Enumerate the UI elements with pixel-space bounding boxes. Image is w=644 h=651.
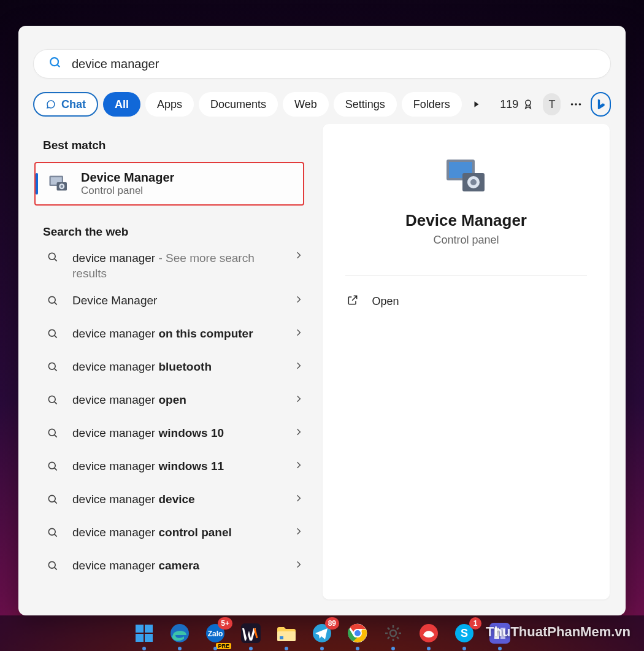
telegram-badge: 89 [325, 617, 339, 630]
web-result-text: device manager control panel [72, 525, 282, 541]
web-result-item[interactable]: device manager bluetooth [43, 350, 312, 383]
chevron-right-icon [294, 428, 307, 439]
search-bar[interactable] [33, 49, 611, 79]
more-options-button[interactable] [565, 92, 585, 117]
svg-rect-39 [145, 634, 153, 642]
filter-more-button[interactable] [467, 92, 486, 117]
search-icon [45, 493, 60, 506]
best-match-title: Device Manager [81, 171, 174, 185]
svg-line-24 [55, 468, 57, 471]
best-match-heading: Best match [43, 130, 312, 158]
web-result-item[interactable]: device manager windows 10 [43, 417, 312, 450]
open-external-icon [347, 294, 359, 309]
svg-line-28 [55, 534, 57, 537]
taskbar-telegram[interactable]: 89 [309, 620, 335, 647]
svg-point-35 [470, 179, 477, 185]
preview-separator [345, 275, 587, 275]
svg-line-12 [55, 259, 57, 261]
preview-device-manager-icon [444, 157, 488, 196]
filter-apps[interactable]: Apps [145, 92, 194, 117]
preview-subtitle: Control panel [433, 234, 499, 247]
filter-settings[interactable]: Settings [334, 92, 397, 117]
search-icon [45, 394, 60, 406]
svg-text:S: S [461, 627, 468, 639]
windows-search-panel: Chat All Apps Documents Web Settings Fol… [18, 26, 626, 615]
svg-point-0 [50, 58, 58, 66]
search-icon [48, 56, 62, 72]
search-icon [45, 560, 60, 572]
rewards-points[interactable]: 119 [496, 98, 538, 111]
svg-line-16 [55, 336, 57, 338]
svg-text:Zalo: Zalo [208, 630, 223, 638]
chevron-right-icon [294, 461, 307, 472]
web-result-text: device manager on this computer [72, 326, 282, 342]
filter-documents[interactable]: Documents [199, 92, 278, 117]
taskbar-zalo[interactable]: Zalo 5+ PRE [202, 620, 229, 647]
search-input[interactable] [72, 57, 596, 71]
filter-folders[interactable]: Folders [402, 92, 462, 117]
svg-line-18 [55, 369, 57, 371]
search-icon [45, 251, 60, 263]
web-result-item[interactable]: device manager open [43, 383, 312, 417]
svg-point-11 [48, 253, 55, 260]
svg-point-19 [48, 396, 55, 403]
web-result-item[interactable]: device manager camera [43, 549, 312, 582]
taskbar-skype[interactable]: S 1 [451, 620, 478, 647]
svg-line-26 [55, 501, 57, 504]
svg-point-23 [48, 462, 55, 469]
open-action[interactable]: Open [340, 288, 592, 315]
best-match-result[interactable]: Device Manager Control panel [34, 162, 304, 206]
svg-point-3 [570, 103, 573, 106]
watermark: ThuThuatPhanMem.vn [486, 624, 631, 640]
web-result-text: device manager windows 11 [72, 459, 282, 474]
svg-point-4 [575, 103, 577, 106]
web-result-item[interactable]: device manager on this computer [43, 317, 312, 350]
search-icon [45, 295, 60, 307]
zalo-badge: 5+ [218, 617, 232, 630]
chevron-right-icon [294, 361, 307, 372]
taskbar-settings-app[interactable] [380, 620, 407, 647]
bing-chat-button[interactable] [591, 92, 611, 117]
svg-line-20 [55, 402, 57, 404]
svg-point-17 [48, 363, 55, 369]
svg-point-2 [526, 100, 531, 105]
chevron-right-icon [294, 295, 307, 306]
svg-rect-38 [136, 634, 144, 642]
web-result-item[interactable]: Device Manager [43, 284, 312, 317]
user-avatar[interactable]: T [543, 93, 561, 115]
chevron-right-icon [294, 328, 307, 339]
filter-row: Chat All Apps Documents Web Settings Fol… [18, 90, 626, 124]
open-action-label: Open [372, 295, 399, 308]
svg-point-15 [48, 329, 55, 336]
web-result-text: device manager device [72, 492, 282, 507]
web-result-item[interactable]: device manager windows 11 [43, 450, 312, 483]
start-button[interactable] [131, 620, 158, 647]
web-result-item[interactable]: device manager - See more search results [43, 245, 312, 284]
filter-web[interactable]: Web [283, 92, 329, 117]
taskbar-edge[interactable] [166, 620, 193, 647]
chat-tab[interactable]: Chat [33, 92, 98, 117]
search-web-heading: Search the web [43, 217, 312, 245]
skype-badge: 1 [469, 617, 481, 630]
taskbar-app-red[interactable] [415, 620, 442, 647]
web-result-text: Device Manager [72, 293, 282, 309]
svg-point-29 [48, 561, 55, 568]
svg-rect-45 [280, 636, 283, 639]
web-result-text: device manager windows 10 [72, 426, 282, 441]
search-icon [45, 361, 60, 373]
content-row: Best match Device Manager Control panel … [18, 124, 626, 608]
chevron-right-icon [294, 494, 307, 505]
taskbar-file-explorer[interactable] [273, 620, 300, 647]
web-result-text: device manager - See more search results [72, 251, 282, 281]
results-column: Best match Device Manager Control panel … [26, 124, 315, 608]
filter-all[interactable]: All [103, 92, 140, 117]
best-match-subtitle: Control panel [81, 185, 174, 197]
web-result-item[interactable]: device manager device [43, 483, 312, 516]
taskbar-app-w[interactable] [237, 620, 264, 647]
svg-point-21 [48, 429, 55, 436]
preview-pane: Device Manager Control panel Open [323, 124, 610, 599]
device-manager-icon [47, 173, 69, 195]
chat-tab-label: Chat [61, 98, 86, 111]
web-result-item[interactable]: device manager control panel [43, 516, 312, 549]
taskbar-chrome[interactable] [344, 620, 371, 647]
